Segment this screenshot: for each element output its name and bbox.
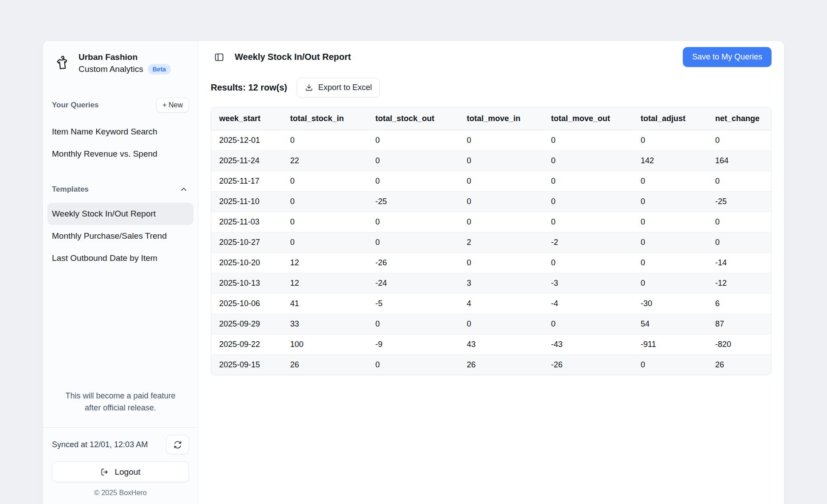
download-icon	[305, 83, 313, 92]
table-cell: 0	[282, 232, 367, 253]
template-item[interactable]: Weekly Stock In/Out Report	[47, 203, 193, 225]
table-cell: -3	[543, 273, 633, 294]
query-item[interactable]: Item Name Keyword Search	[47, 121, 193, 143]
table-cell: 2025-11-17	[211, 171, 282, 192]
table-header-row: week_starttotal_stock_intotal_stock_outt…	[211, 107, 771, 130]
table-cell: 0	[543, 314, 633, 335]
table-cell: 0	[459, 192, 543, 212]
table-cell: 0	[543, 171, 633, 192]
refresh-icon	[173, 440, 182, 449]
table-cell: -26	[543, 355, 633, 375]
table-body: 2025-12-010000002025-11-2422000142164202…	[211, 130, 771, 375]
table-cell: 6	[707, 294, 771, 314]
table-cell: 2025-09-15	[211, 355, 282, 375]
table-cell: -43	[543, 335, 633, 355]
table-cell: 54	[633, 314, 707, 335]
table-cell: 2025-12-01	[211, 130, 282, 151]
table-cell: 0	[367, 151, 459, 171]
table-cell: 33	[282, 314, 367, 335]
results-summary: Results: 12 row(s)	[211, 83, 287, 93]
table-cell: 0	[282, 192, 367, 212]
sidebar-toggle-button[interactable]	[211, 49, 228, 66]
table-cell: 0	[633, 253, 707, 273]
table-cell: 87	[707, 314, 771, 335]
table-row: 2025-10-27002-200	[211, 232, 771, 253]
column-header: total_move_in	[459, 107, 543, 130]
table-cell: -26	[367, 253, 459, 273]
table-row: 2025-11-100-25000-25	[211, 192, 771, 212]
table-cell: -2	[543, 232, 633, 253]
column-header: total_stock_in	[282, 107, 367, 130]
table-cell: 26	[459, 355, 543, 375]
app-window: Urban Fashion Custom Analytics Beta Your…	[43, 40, 784, 504]
table-cell: 0	[633, 171, 707, 192]
table-cell: 0	[282, 212, 367, 232]
table-cell: 4	[459, 294, 543, 314]
table-cell: 0	[707, 232, 771, 253]
table-row: 2025-09-29330005487	[211, 314, 771, 335]
template-item[interactable]: Last Outbound Date by Item	[47, 247, 193, 269]
table-cell: 0	[367, 130, 459, 151]
table-cell: 0	[633, 192, 707, 212]
table-row: 2025-10-1312-243-30-12	[211, 273, 771, 294]
table-cell: 0	[459, 212, 543, 232]
chevron-up-icon	[179, 185, 188, 194]
copyright: © 2025 BoxHero	[52, 489, 189, 497]
your-queries-list: Item Name Keyword SearchMonthly Revenue …	[47, 121, 193, 165]
table-cell: 2025-09-22	[211, 335, 282, 355]
table-cell: 2025-10-27	[211, 232, 282, 253]
table-cell: 26	[282, 355, 367, 375]
new-query-button[interactable]: + New	[156, 98, 189, 113]
column-header: total_stock_out	[367, 107, 459, 130]
logout-button[interactable]: Logout	[52, 461, 189, 482]
export-to-excel-button[interactable]: Export to Excel	[297, 78, 380, 98]
brand-text: Urban Fashion Custom Analytics Beta	[79, 52, 171, 75]
table-cell: 100	[282, 335, 367, 355]
table-cell: 2025-10-20	[211, 253, 282, 273]
table-cell: 0	[282, 171, 367, 192]
query-item[interactable]: Monthly Revenue vs. Spend	[47, 143, 193, 165]
brand-product: Custom Analytics	[79, 64, 143, 74]
table-cell: 0	[459, 151, 543, 171]
table-cell: 0	[543, 151, 633, 171]
panel-left-icon	[214, 52, 224, 63]
table-cell: 0	[633, 355, 707, 375]
table-row: 2025-11-03000000	[211, 212, 771, 232]
synced-row: Synced at 12/01, 12:03 AM	[52, 435, 189, 454]
refresh-button[interactable]	[166, 435, 189, 454]
sidebar-footer: Synced at 12/01, 12:03 AM	[43, 427, 198, 504]
table-cell: 0	[367, 171, 459, 192]
table-cell: 2025-11-03	[211, 212, 282, 232]
table-cell: 0	[367, 314, 459, 335]
table-row: 2025-11-2422000142164	[211, 151, 771, 171]
sidebar: Urban Fashion Custom Analytics Beta Your…	[43, 41, 198, 504]
table-cell: 0	[707, 130, 771, 151]
table-cell: 0	[459, 314, 543, 335]
table-cell: 0	[543, 192, 633, 212]
table-cell: -911	[633, 335, 707, 355]
table-cell: 142	[633, 151, 707, 171]
main-header: Weekly Stock In/Out Report Save to My Qu…	[198, 41, 784, 67]
table-cell: 0	[707, 171, 771, 192]
your-queries-label: Your Queries	[52, 101, 99, 110]
table-cell: 12	[282, 273, 367, 294]
table-cell: 0	[459, 253, 543, 273]
table-cell: 12	[282, 253, 367, 273]
template-item[interactable]: Monthly Purchase/Sales Trend	[47, 225, 193, 247]
table-cell: 0	[633, 273, 707, 294]
your-queries-section-head: Your Queries + New	[52, 98, 189, 113]
brand: Urban Fashion Custom Analytics Beta	[52, 52, 189, 75]
table-cell: -24	[367, 273, 459, 294]
table-cell: 0	[633, 130, 707, 151]
templates-collapse-button[interactable]	[178, 184, 189, 195]
table-row: 2025-12-01000000	[211, 130, 771, 151]
save-to-my-queries-button[interactable]: Save to My Queries	[683, 47, 772, 67]
table-cell: 2025-09-29	[211, 314, 282, 335]
column-header: week_start	[211, 107, 282, 130]
column-header: net_change	[707, 107, 771, 130]
table-cell: 164	[707, 151, 771, 171]
table-cell: -30	[633, 294, 707, 314]
table-cell: 26	[707, 355, 771, 375]
column-header: total_move_out	[543, 107, 633, 130]
table-cell: 0	[543, 253, 633, 273]
